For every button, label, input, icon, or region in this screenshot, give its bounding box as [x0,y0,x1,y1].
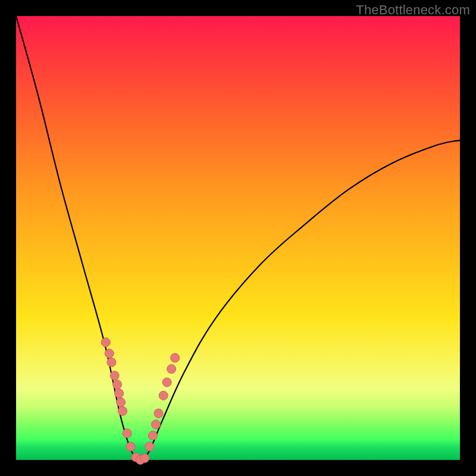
marker-dot [110,371,119,380]
marker-dot [113,380,122,389]
marker-dot [126,442,135,451]
bottleneck-curve [16,16,460,460]
marker-dot [152,420,161,429]
watermark-label: TheBottleneck.com [356,2,470,18]
marker-dot [154,409,163,418]
marker-dot [101,338,110,347]
marker-dot [159,391,168,400]
marker-dot [162,378,171,387]
marker-dot [117,398,126,407]
marker-dot [123,429,131,438]
marker-dot [145,442,154,451]
marker-dot [167,365,176,374]
chart-svg [16,16,460,460]
marker-dot [140,454,149,463]
chart-area [16,16,460,460]
marker-dot [105,349,114,358]
marker-dot [107,358,116,367]
marker-group [101,338,179,465]
marker-dot [171,353,180,362]
marker-dot [148,431,157,440]
marker-dot [115,389,124,398]
marker-dot [118,406,127,415]
